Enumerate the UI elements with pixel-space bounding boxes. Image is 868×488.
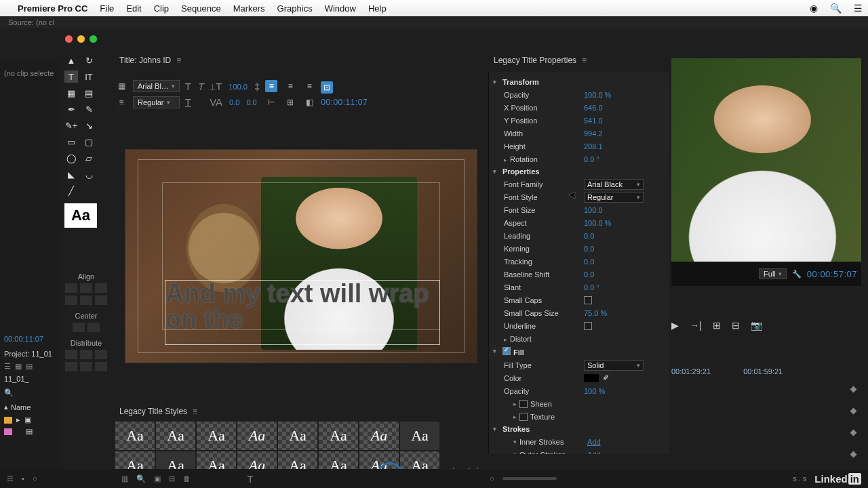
trash-icon[interactable]: 🗑 xyxy=(183,474,191,483)
kerning-value[interactable]: 0.0 xyxy=(229,98,239,106)
texture-checkbox[interactable] xyxy=(519,413,528,421)
tracking-value[interactable]: 0.0 xyxy=(584,258,594,266)
type-tool-icon[interactable]: T xyxy=(64,70,78,83)
wedge-tool-icon[interactable]: ◣ xyxy=(64,168,78,180)
ypos-value[interactable]: 541.0 xyxy=(584,117,603,125)
play-icon[interactable]: ▶ xyxy=(671,320,679,331)
font-style-select[interactable]: Regular▾ xyxy=(133,96,180,108)
bin-row-1[interactable]: ▸▣ xyxy=(0,414,62,426)
section-transform[interactable]: Transform xyxy=(502,78,539,86)
insert-icon[interactable]: ⊞ xyxy=(713,320,721,331)
underline-checkbox[interactable] xyxy=(584,322,592,330)
menu-help[interactable]: Help xyxy=(368,3,387,14)
title-text-content[interactable]: And my text will wrap on the xyxy=(165,281,439,332)
menu-edit[interactable]: Edit xyxy=(126,3,141,14)
distribute-btn[interactable] xyxy=(95,362,107,371)
ellipse-tool-icon[interactable]: ◯ xyxy=(64,152,78,164)
twirl-icon[interactable]: ▾ xyxy=(493,348,496,354)
name-column-header[interactable]: Name xyxy=(11,403,31,411)
align-btn[interactable] xyxy=(65,283,77,293)
roll-crawl-icon[interactable]: ≡ xyxy=(115,96,127,108)
minimize-icon[interactable] xyxy=(77,35,85,43)
keyframe-icon[interactable] xyxy=(850,451,857,458)
align-btn[interactable] xyxy=(95,296,107,305)
baseline-value[interactable]: 0.0 xyxy=(584,270,594,279)
overwrite-icon[interactable]: ⊟ xyxy=(732,320,740,331)
menu-window[interactable]: Window xyxy=(325,3,356,14)
align-btn[interactable] xyxy=(80,296,92,305)
menu-sequence[interactable]: Sequence xyxy=(181,3,221,14)
slant-value[interactable]: 0.0 ° xyxy=(584,283,599,291)
timeline-track[interactable] xyxy=(671,404,861,419)
selection-tool-icon[interactable]: ▲ xyxy=(64,54,78,66)
italic-icon[interactable]: T xyxy=(198,81,204,92)
align-left-icon[interactable]: ≡ xyxy=(265,80,277,92)
wrench-icon[interactable]: 🔧 xyxy=(792,270,802,279)
kerning-value[interactable]: 0.0 xyxy=(584,245,594,253)
menu-graphics[interactable]: Graphics xyxy=(277,3,313,14)
aspect-value[interactable]: 100.0 % xyxy=(584,219,611,227)
title-text-box[interactable]: And my text will wrap on the xyxy=(165,280,440,345)
center-btn[interactable] xyxy=(73,323,85,332)
spotlight-icon[interactable]: 🔍 xyxy=(830,3,842,14)
type-tool-bottom-icon[interactable]: T xyxy=(248,473,254,485)
fill-opacity-value[interactable]: 100 % xyxy=(584,387,605,395)
rotation-value[interactable]: 0.0 ° xyxy=(584,155,599,163)
menu-file[interactable]: File xyxy=(100,3,114,14)
align-btn[interactable] xyxy=(80,283,92,293)
menu-markers[interactable]: Markers xyxy=(233,3,265,14)
line-tool-icon[interactable]: ╱ xyxy=(64,184,78,197)
style-swatch[interactable]: Aa xyxy=(115,422,155,450)
keyframe-icon[interactable] xyxy=(850,408,857,415)
keyframe-icon[interactable] xyxy=(850,430,857,436)
smallcaps-size-value[interactable]: 75.0 % xyxy=(584,309,607,317)
fontsize-value[interactable]: 100.0 xyxy=(584,206,603,214)
bold-icon[interactable]: T xyxy=(185,81,191,92)
fill-enable-checkbox[interactable] xyxy=(502,347,511,355)
resolution-select[interactable]: Full▾ xyxy=(759,268,787,279)
fontstyle-select[interactable]: Regular▾ xyxy=(584,192,644,203)
rotate-tool-icon[interactable]: ↻ xyxy=(82,54,96,66)
sheen-checkbox[interactable] xyxy=(519,400,528,408)
center-btn[interactable] xyxy=(87,323,100,332)
bin-row-2[interactable]: ▤ xyxy=(0,426,62,437)
pen-tool-icon[interactable]: ✒ xyxy=(64,103,78,115)
program-timecode[interactable]: 00:00:57:07 xyxy=(807,269,857,279)
icon-view-icon[interactable]: ▪ xyxy=(22,474,24,483)
clear-icon[interactable]: ⊟ xyxy=(169,474,175,483)
height-value[interactable]: 208.1 xyxy=(584,142,603,150)
zoom-slider[interactable] xyxy=(502,477,557,480)
timeline-track[interactable] xyxy=(671,382,861,397)
path-type-icon[interactable]: ▤ xyxy=(82,87,96,99)
style-swatch[interactable]: Aa xyxy=(237,422,277,450)
align-center-icon[interactable]: ≡ xyxy=(284,80,296,92)
fontfamily-select[interactable]: Arial Black▾ xyxy=(584,179,644,190)
close-icon[interactable] xyxy=(65,35,73,43)
twirl-icon[interactable]: ▾ xyxy=(493,79,496,85)
section-properties[interactable]: Properties xyxy=(502,167,539,176)
tracking-value[interactable]: 0.0 xyxy=(246,98,256,106)
show-video-icon[interactable]: ⊞ xyxy=(284,96,296,108)
style-swatch[interactable]: Aa xyxy=(197,422,236,450)
twirl-icon[interactable]: ▾ xyxy=(493,426,496,432)
menu-clip[interactable]: Clip xyxy=(154,3,169,14)
find-icon[interactable]: 🔍 xyxy=(136,474,146,483)
delete-anchor-icon[interactable]: ✎ xyxy=(82,103,96,115)
section-fill[interactable]: Fill xyxy=(513,348,524,357)
cc-cloud-icon[interactable]: ◉ xyxy=(810,3,818,14)
xpos-value[interactable]: 646.0 xyxy=(584,104,603,112)
align-right-icon[interactable]: ≡ xyxy=(303,80,315,92)
distribute-btn[interactable] xyxy=(80,362,92,371)
menu-list-icon[interactable]: ☰ xyxy=(854,3,863,14)
maximize-icon[interactable] xyxy=(90,35,97,43)
align-btn[interactable] xyxy=(65,296,77,305)
font-size-value[interactable]: 100.0 xyxy=(229,83,248,91)
timeline-track[interactable] xyxy=(671,447,861,462)
current-style-swatch[interactable]: Aa xyxy=(64,203,97,228)
arc-tool-icon[interactable]: ◡ xyxy=(82,168,96,180)
bg-toggle-icon[interactable]: ◧ xyxy=(303,96,315,108)
panel-menu-icon[interactable]: ≡ xyxy=(582,56,587,65)
style-swatch[interactable]: Aa xyxy=(156,422,195,450)
clipped-rect-icon[interactable]: ▱ xyxy=(82,152,96,164)
export-frame-icon[interactable]: 📷 xyxy=(751,320,762,331)
